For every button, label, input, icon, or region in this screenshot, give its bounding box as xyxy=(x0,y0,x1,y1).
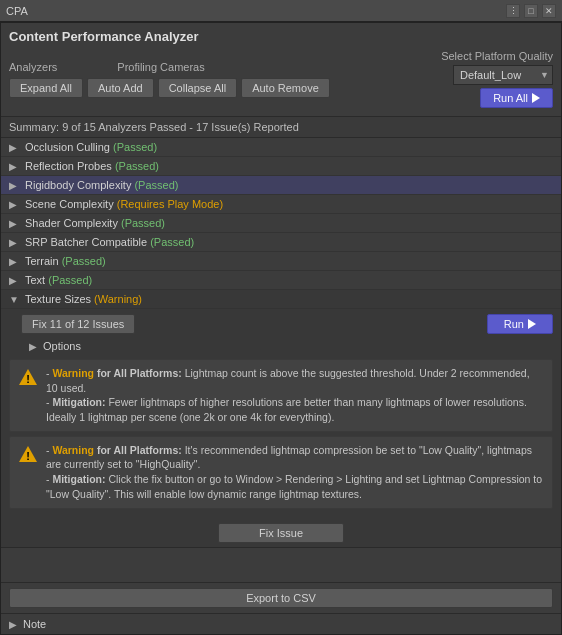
issue-text-2: - Warning for All Platforms: It's recomm… xyxy=(46,443,544,502)
chevron-right-icon: ▶ xyxy=(9,180,19,191)
analyzers-label: Analyzers xyxy=(9,61,57,73)
issue-bold: for All Platforms: xyxy=(97,367,182,379)
expanded-toolbar: Fix 11 of 12 Issues Run xyxy=(1,309,561,337)
list-item[interactable]: ▶ Rigidbody Complexity (Passed) xyxy=(1,176,561,195)
status-badge: (Passed) xyxy=(113,141,157,153)
issue-card-1: ! - Warning for All Platforms: Lightmap … xyxy=(9,359,553,432)
pin-button[interactable]: ⋮ xyxy=(506,4,520,18)
issue-cards: ! - Warning for All Platforms: Lightmap … xyxy=(1,355,561,519)
analyzer-name: Rigidbody Complexity (Passed) xyxy=(25,179,178,191)
analyzer-name: Reflection Probes (Passed) xyxy=(25,160,159,172)
platform-select-row: Default_Low ▼ xyxy=(453,65,553,85)
fix-issue-button[interactable]: Fix Issue xyxy=(218,523,344,543)
chevron-right-icon: ▶ xyxy=(9,619,17,630)
analyzer-name: Terrain (Passed) xyxy=(25,255,106,267)
list-item[interactable]: ▶ Text (Passed) xyxy=(1,271,561,290)
expand-all-button[interactable]: Expand All xyxy=(9,78,83,98)
run-triangle-icon xyxy=(532,93,540,103)
run-triangle-icon xyxy=(528,319,536,329)
warning-label: Warning xyxy=(52,367,94,379)
fix-issue-row: Fix Issue xyxy=(1,519,561,547)
mitigation-label: Mitigation: xyxy=(52,473,105,485)
toolbar-buttons: Expand All Auto Add Collapse All Auto Re… xyxy=(9,78,330,98)
warning-icon: ! xyxy=(18,367,38,387)
issue-text-1: - Warning for All Platforms: Lightmap co… xyxy=(46,366,544,425)
window-title: Content Performance Analyzer xyxy=(9,29,553,44)
svg-text:!: ! xyxy=(26,373,30,385)
status-badge: (Requires Play Mode) xyxy=(117,198,223,210)
warning-icon: ! xyxy=(18,444,38,464)
fix-issues-button[interactable]: Fix 11 of 12 Issues xyxy=(21,314,135,334)
run-all-button[interactable]: Run All xyxy=(480,88,553,108)
svg-text:!: ! xyxy=(26,450,30,462)
texture-sizes-item[interactable]: ▼ Texture Sizes (Warning) xyxy=(1,290,561,309)
list-item[interactable]: ▶ SRP Batcher Compatible (Passed) xyxy=(1,233,561,252)
chevron-right-icon: ▶ xyxy=(29,341,37,352)
auto-remove-button[interactable]: Auto Remove xyxy=(241,78,330,98)
chevron-right-icon: ▶ xyxy=(9,237,19,248)
run-button[interactable]: Run xyxy=(487,314,553,334)
analyzer-name: Occlusion Culling (Passed) xyxy=(25,141,157,153)
analyzer-name: Shader Complexity (Passed) xyxy=(25,217,165,229)
list-item[interactable]: ▶ Reflection Probes (Passed) xyxy=(1,157,561,176)
status-badge: (Passed) xyxy=(62,255,106,267)
summary-bar: Summary: 9 of 15 Analyzers Passed - 17 I… xyxy=(1,117,561,138)
toolbar-right: Select Platform Quality Default_Low ▼ Ru… xyxy=(441,50,553,108)
chevron-right-icon: ▶ xyxy=(9,199,19,210)
status-badge: (Warning) xyxy=(94,293,142,305)
note-label: Note xyxy=(23,618,46,630)
chevron-down-icon: ▼ xyxy=(9,294,19,305)
maximize-button[interactable]: □ xyxy=(524,4,538,18)
analyzer-name: SRP Batcher Compatible (Passed) xyxy=(25,236,194,248)
close-button[interactable]: ✕ xyxy=(542,4,556,18)
title-bar: CPA ⋮ □ ✕ xyxy=(0,0,562,22)
list-item[interactable]: ▶ Terrain (Passed) xyxy=(1,252,561,271)
status-badge: (Passed) xyxy=(121,217,165,229)
collapse-all-button[interactable]: Collapse All xyxy=(158,78,237,98)
platform-quality-label: Select Platform Quality xyxy=(441,50,553,62)
chevron-right-icon: ▶ xyxy=(9,256,19,267)
title-bar-controls: ⋮ □ ✕ xyxy=(506,4,556,18)
export-row: Export to CSV xyxy=(1,583,561,614)
mitigation-label: Mitigation: xyxy=(52,396,105,408)
list-item[interactable]: ▶ Scene Complexity (Requires Play Mode) xyxy=(1,195,561,214)
status-badge: (Passed) xyxy=(115,160,159,172)
analyzer-list[interactable]: ▶ Occlusion Culling (Passed) ▶ Reflectio… xyxy=(1,138,561,582)
chevron-right-icon: ▶ xyxy=(9,275,19,286)
toolbar-row: Analyzers Profiling Cameras Expand All A… xyxy=(9,50,553,108)
options-label: Options xyxy=(43,340,81,352)
warning-label: Warning xyxy=(52,444,94,456)
chevron-right-icon: ▶ xyxy=(9,161,19,172)
status-badge: (Passed) xyxy=(150,236,194,248)
analyzer-name: Text (Passed) xyxy=(25,274,92,286)
list-item[interactable]: ▶ Shader Complexity (Passed) xyxy=(1,214,561,233)
toolbar-labels: Analyzers Profiling Cameras xyxy=(9,61,330,73)
summary-text: Summary: 9 of 15 Analyzers Passed - 17 I… xyxy=(9,121,299,133)
header: Content Performance Analyzer Analyzers P… xyxy=(1,23,561,117)
main-window: Content Performance Analyzer Analyzers P… xyxy=(0,22,562,635)
chevron-right-icon: ▶ xyxy=(9,218,19,229)
list-item[interactable]: ▶ Occlusion Culling (Passed) xyxy=(1,138,561,157)
status-badge: (Passed) xyxy=(134,179,178,191)
auto-add-button[interactable]: Auto Add xyxy=(87,78,154,98)
chevron-right-icon: ▶ xyxy=(9,142,19,153)
profiling-cameras-label: Profiling Cameras xyxy=(117,61,204,73)
note-row[interactable]: ▶ Note xyxy=(1,614,561,634)
issue-bold: for All Platforms: xyxy=(97,444,182,456)
run-all-label: Run All xyxy=(493,92,528,104)
toolbar-left: Analyzers Profiling Cameras Expand All A… xyxy=(9,61,330,98)
expanded-content: Fix 11 of 12 Issues Run ▶ Options ! xyxy=(1,309,561,548)
issue-card-2: ! - Warning for All Platforms: It's reco… xyxy=(9,436,553,509)
expanded-options[interactable]: ▶ Options xyxy=(1,337,561,355)
title-bar-text: CPA xyxy=(6,5,506,17)
bottom-section: Export to CSV ▶ Note xyxy=(1,582,561,634)
platform-dropdown[interactable]: Default_Low xyxy=(453,65,553,85)
platform-dropdown-wrapper: Default_Low ▼ xyxy=(453,65,553,85)
analyzer-name: Scene Complexity (Requires Play Mode) xyxy=(25,198,223,210)
run-label: Run xyxy=(504,318,524,330)
export-csv-button[interactable]: Export to CSV xyxy=(9,588,553,608)
status-badge: (Passed) xyxy=(48,274,92,286)
analyzer-name: Texture Sizes (Warning) xyxy=(25,293,142,305)
